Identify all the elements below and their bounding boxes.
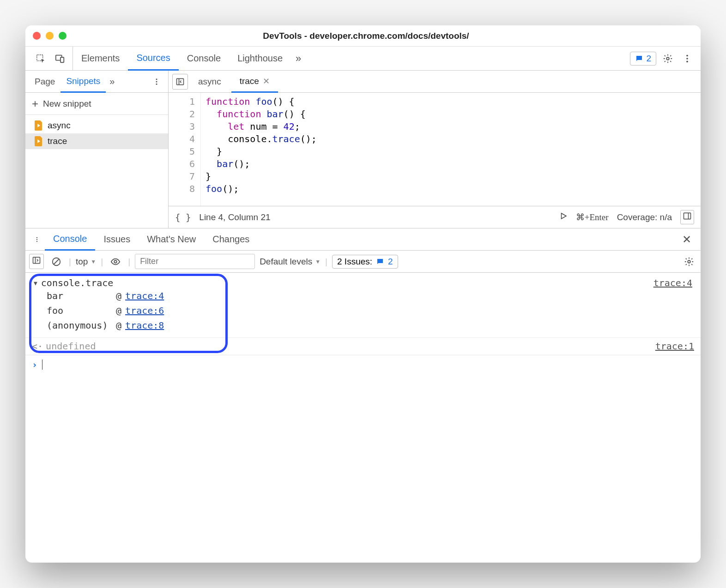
svg-point-8 bbox=[156, 81, 157, 82]
issues-count: 2 bbox=[646, 54, 651, 64]
chevron-down-icon: ▼ bbox=[315, 258, 321, 265]
stack-function: foo bbox=[47, 305, 116, 316]
navigator-tabs: Page Snippets » bbox=[25, 71, 168, 93]
return-arrow-icon: <· bbox=[32, 341, 43, 352]
source-link[interactable]: trace:4 bbox=[653, 277, 692, 288]
snippet-name: async bbox=[48, 120, 71, 131]
issues-pill[interactable]: 2 bbox=[630, 52, 656, 66]
svg-point-16 bbox=[36, 240, 37, 241]
svg-point-3 bbox=[666, 57, 669, 60]
context-selector[interactable]: top ▼ bbox=[76, 257, 96, 267]
console-toolbar: | top ▼ | | Default levels ▼ | 2 Issues:… bbox=[25, 251, 701, 273]
window-title: DevTools - developer.chrome.com/docs/dev… bbox=[39, 31, 693, 41]
console-return-row: <· undefined trace:1 bbox=[25, 337, 701, 355]
line-gutter: 12345678 bbox=[169, 93, 201, 206]
stack-at: @ bbox=[116, 320, 121, 331]
stack-frame: (anonymous)@trace:8 bbox=[34, 318, 692, 333]
snippets-list: async trace bbox=[25, 115, 168, 228]
tab-elements[interactable]: Elements bbox=[73, 47, 128, 70]
code-editor: async trace ✕ 12345678 function foo() { … bbox=[169, 71, 701, 228]
clear-console-icon[interactable] bbox=[48, 254, 64, 270]
editor-body[interactable]: 12345678 function foo() { function bar()… bbox=[169, 93, 701, 206]
prompt-chevron-icon: › bbox=[32, 359, 37, 370]
console-sidebar-toggle-icon[interactable] bbox=[29, 254, 44, 269]
snippet-item-async[interactable]: async bbox=[25, 118, 168, 133]
svg-point-14 bbox=[36, 237, 37, 238]
console-trace-entry: ▼ console.trace trace:4 bar@trace:4foo@t… bbox=[25, 273, 701, 337]
run-shortcut-label: ⌘+Enter bbox=[576, 212, 609, 222]
device-toggle-icon[interactable] bbox=[52, 51, 68, 66]
snippet-file-icon bbox=[35, 136, 43, 146]
svg-point-21 bbox=[114, 260, 117, 263]
issues-count: 2 bbox=[388, 257, 393, 267]
stack-at: @ bbox=[116, 290, 121, 301]
pretty-print-icon[interactable]: { } bbox=[175, 212, 191, 222]
navigator-kebab-icon[interactable] bbox=[149, 74, 164, 90]
plus-icon: + bbox=[32, 97, 38, 110]
drawer-close-icon[interactable]: ✕ bbox=[677, 233, 697, 246]
text-caret bbox=[42, 360, 42, 370]
console-settings-icon[interactable] bbox=[681, 254, 697, 270]
run-snippet-icon[interactable] bbox=[559, 212, 568, 222]
drawer-tab-issues[interactable]: Issues bbox=[95, 228, 139, 250]
svg-point-6 bbox=[686, 60, 688, 62]
drawer-kebab-icon[interactable] bbox=[29, 232, 45, 247]
filter-field[interactable] bbox=[140, 257, 250, 266]
tab-page[interactable]: Page bbox=[29, 71, 60, 92]
svg-rect-2 bbox=[60, 57, 64, 62]
svg-line-20 bbox=[54, 259, 59, 264]
main-tabs: Elements Sources Console Lighthouse » bbox=[73, 47, 306, 70]
close-tab-icon[interactable]: ✕ bbox=[263, 76, 270, 86]
live-expression-icon[interactable] bbox=[108, 254, 123, 270]
tab-console[interactable]: Console bbox=[179, 47, 229, 70]
navigator-more-button[interactable]: » bbox=[106, 76, 118, 87]
main-toolbar: Elements Sources Console Lighthouse » 2 bbox=[25, 47, 701, 71]
settings-icon[interactable] bbox=[660, 51, 676, 66]
snippet-name: trace bbox=[48, 136, 67, 146]
stack-source-link[interactable]: trace:4 bbox=[125, 290, 164, 301]
inspect-element-icon[interactable] bbox=[33, 51, 48, 66]
drawer-tab-console[interactable]: Console bbox=[45, 229, 95, 251]
console-prompt-row[interactable]: › bbox=[25, 355, 701, 374]
source-link[interactable]: trace:1 bbox=[655, 341, 694, 352]
editor-tab-trace[interactable]: trace ✕ bbox=[231, 71, 278, 93]
coverage-label: Coverage: n/a bbox=[617, 212, 672, 222]
console-issues-button[interactable]: 2 Issues: 2 bbox=[332, 255, 398, 269]
log-levels-selector[interactable]: Default levels ▼ bbox=[260, 257, 321, 267]
disclosure-triangle-icon[interactable]: ▼ bbox=[34, 280, 37, 287]
tab-lighthouse[interactable]: Lighthouse bbox=[229, 47, 291, 70]
chevron-down-icon: ▼ bbox=[91, 258, 96, 265]
new-snippet-button[interactable]: + New snippet bbox=[25, 93, 168, 115]
stack-frame: foo@trace:6 bbox=[34, 303, 692, 318]
editor-tab-async[interactable]: async bbox=[190, 71, 230, 92]
console-filter-input[interactable] bbox=[135, 254, 255, 269]
kebab-menu-icon[interactable] bbox=[679, 51, 695, 66]
toggle-debugger-icon[interactable] bbox=[680, 210, 694, 224]
code-content[interactable]: function foo() { function bar() { let nu… bbox=[201, 93, 701, 206]
cursor-position: Line 4, Column 21 bbox=[199, 212, 270, 222]
drawer-tab-changes[interactable]: Changes bbox=[204, 228, 258, 250]
devtools-window: DevTools - developer.chrome.com/docs/dev… bbox=[25, 25, 701, 563]
snippet-item-trace[interactable]: trace bbox=[25, 133, 168, 149]
more-tabs-button[interactable]: » bbox=[291, 53, 306, 65]
drawer-tab-whatsnew[interactable]: What's New bbox=[139, 228, 204, 250]
return-value: undefined bbox=[46, 341, 96, 352]
stack-source-link[interactable]: trace:6 bbox=[125, 305, 164, 316]
svg-rect-12 bbox=[684, 213, 691, 219]
tab-sources[interactable]: Sources bbox=[128, 47, 178, 71]
svg-point-9 bbox=[156, 83, 157, 84]
tab-snippets[interactable]: Snippets bbox=[60, 71, 106, 93]
svg-point-5 bbox=[686, 58, 688, 60]
stack-source-link[interactable]: trace:8 bbox=[125, 320, 164, 331]
editor-status-bar: { } Line 4, Column 21 ⌘+Enter Coverage: … bbox=[169, 206, 701, 228]
navigator-sidebar: Page Snippets » + New snippet async trac… bbox=[25, 71, 169, 228]
trace-header: console.trace bbox=[41, 277, 114, 288]
editor-tab-label: async bbox=[198, 77, 221, 87]
svg-point-7 bbox=[156, 78, 157, 80]
stack-at: @ bbox=[116, 305, 121, 316]
editor-tab-label: trace bbox=[240, 76, 259, 86]
toggle-navigator-icon[interactable] bbox=[172, 74, 188, 90]
svg-point-22 bbox=[688, 260, 690, 263]
stack-function: bar bbox=[47, 290, 116, 301]
new-snippet-label: New snippet bbox=[43, 99, 91, 109]
